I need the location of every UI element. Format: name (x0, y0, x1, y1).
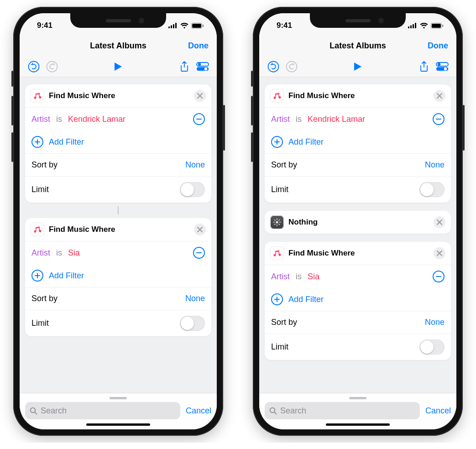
limit-toggle[interactable] (180, 316, 205, 331)
music-app-icon (270, 246, 284, 260)
two-phone-stage: 9:41 Latest Albums Done (0, 0, 476, 443)
action-card-nothing[interactable]: Nothing (265, 211, 451, 234)
limit-row: Limit (25, 310, 211, 336)
home-indicator[interactable] (326, 423, 390, 426)
limit-toggle[interactable] (180, 182, 205, 197)
cancel-button[interactable]: Cancel (425, 406, 451, 416)
remove-action-button[interactable] (194, 90, 206, 102)
remove-filter-button[interactable] (433, 113, 445, 125)
nav-bar: Latest Albums Done (259, 35, 456, 56)
run-button[interactable] (350, 59, 366, 74)
add-filter-row[interactable]: Add Filter (265, 131, 451, 153)
svg-point-25 (438, 63, 440, 65)
music-app-icon (31, 89, 44, 103)
sort-by-row[interactable]: Sort by None (265, 311, 451, 334)
svg-rect-16 (410, 26, 412, 29)
limit-toggle[interactable] (419, 182, 445, 197)
add-filter-row[interactable]: Add Filter (25, 131, 211, 153)
action-card-find-music-0[interactable]: Find Music Where Artist is Kendrick Lama… (25, 84, 211, 203)
action-card-find-music-0[interactable]: Find Music Where Artist is Kendrick Lama… (265, 84, 451, 203)
sort-by-label: Sort by (31, 160, 58, 170)
filter-row[interactable]: Artist is Sia (25, 241, 211, 264)
shortcut-editor[interactable]: Find Music Where Artist is Kendrick Lama… (259, 77, 456, 397)
filter-value[interactable]: Sia (308, 272, 319, 281)
search-placeholder: Search (280, 406, 306, 416)
add-filter-icon[interactable] (271, 293, 283, 305)
share-button[interactable] (416, 59, 432, 74)
filter-op[interactable]: is (56, 248, 62, 257)
limit-label: Limit (31, 318, 49, 328)
sort-by-value[interactable]: None (425, 318, 445, 327)
sort-by-row[interactable]: Sort by None (25, 153, 211, 176)
sheet-grabber[interactable] (110, 397, 127, 399)
settings-toggle-button[interactable] (434, 59, 450, 74)
undo-button[interactable] (26, 59, 42, 74)
svg-line-14 (35, 412, 37, 414)
sort-by-row[interactable]: Sort by None (265, 153, 451, 176)
filter-op[interactable]: is (296, 115, 302, 124)
filter-value[interactable]: Sia (68, 248, 80, 257)
limit-row: Limit (25, 176, 211, 203)
action-card-find-music-1[interactable]: Find Music Where Artist is Sia (265, 242, 451, 360)
add-filter-label[interactable]: Add Filter (288, 137, 324, 147)
run-button[interactable] (110, 59, 126, 74)
add-filter-icon[interactable] (31, 136, 43, 148)
filter-row[interactable]: Artist is Kendrick Lamar (25, 108, 211, 131)
limit-label: Limit (271, 342, 288, 352)
home-indicator[interactable] (86, 423, 150, 426)
sort-by-value[interactable]: None (185, 160, 205, 170)
filter-field[interactable]: Artist (31, 248, 50, 257)
status-time: 9:41 (32, 18, 52, 30)
done-button[interactable]: Done (188, 41, 209, 51)
add-filter-row[interactable]: Add Filter (265, 288, 451, 311)
action-card-find-music-1[interactable]: Find Music Where Artist is Sia (25, 218, 211, 336)
filter-op[interactable]: is (56, 115, 62, 124)
add-filter-icon[interactable] (31, 270, 43, 282)
svg-point-12 (204, 67, 207, 70)
svg-point-22 (268, 61, 279, 72)
add-filter-label[interactable]: Add Filter (49, 137, 84, 147)
settings-toggle-button[interactable] (195, 59, 210, 74)
svg-rect-5 (192, 24, 201, 28)
action-title: Find Music Where (288, 91, 429, 100)
remove-filter-button[interactable] (193, 247, 205, 259)
add-filter-label[interactable]: Add Filter (49, 271, 84, 281)
remove-action-button[interactable] (194, 224, 206, 235)
music-app-icon (270, 89, 284, 103)
filter-op[interactable]: is (296, 272, 302, 281)
share-button[interactable] (177, 59, 192, 74)
undo-button[interactable] (266, 59, 281, 74)
remove-action-button[interactable] (434, 247, 445, 259)
sort-by-value[interactable]: None (425, 160, 445, 170)
sort-by-value[interactable]: None (185, 294, 205, 303)
remove-action-button[interactable] (434, 90, 445, 102)
sort-by-row[interactable]: Sort by None (25, 287, 211, 310)
add-filter-label[interactable]: Add Filter (288, 295, 324, 304)
filter-field[interactable]: Artist (271, 115, 290, 124)
remove-filter-button[interactable] (433, 271, 445, 282)
filter-row[interactable]: Artist is Kendrick Lamar (265, 108, 451, 131)
status-time: 9:41 (272, 18, 292, 30)
toolbar (259, 56, 456, 77)
filter-row[interactable]: Artist is Sia (265, 265, 451, 288)
search-input[interactable]: Search (25, 402, 180, 419)
remove-filter-button[interactable] (193, 113, 205, 125)
filter-value[interactable]: Kendrick Lamar (68, 115, 126, 124)
done-button[interactable]: Done (428, 41, 448, 51)
sheet-grabber[interactable] (349, 397, 366, 399)
limit-toggle[interactable] (419, 339, 445, 355)
action-title: Find Music Where (288, 249, 429, 258)
search-input[interactable]: Search (265, 402, 420, 419)
shortcut-editor[interactable]: Find Music Where Artist is Kendrick Lama… (20, 77, 217, 397)
limit-label: Limit (31, 185, 49, 194)
filter-field[interactable]: Artist (31, 115, 50, 124)
remove-action-button[interactable] (434, 216, 445, 228)
page-title: Latest Albums (330, 41, 386, 51)
cancel-button[interactable]: Cancel (186, 406, 211, 416)
add-filter-icon[interactable] (271, 136, 283, 148)
signal-icon (408, 23, 417, 28)
filter-value[interactable]: Kendrick Lamar (308, 115, 365, 124)
add-filter-row[interactable]: Add Filter (25, 264, 211, 287)
filter-field[interactable]: Artist (271, 272, 290, 281)
redo-button (284, 59, 299, 74)
